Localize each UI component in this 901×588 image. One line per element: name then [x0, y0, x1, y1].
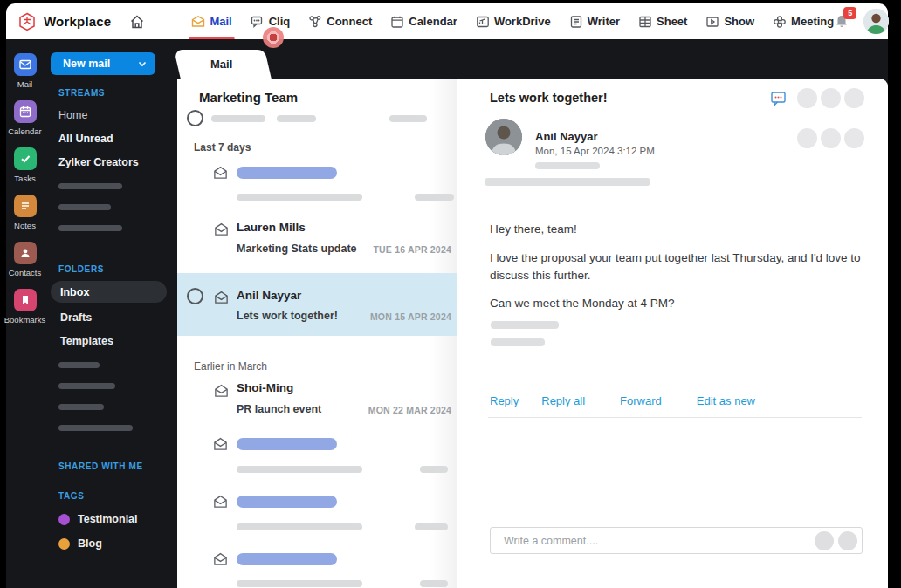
skeleton-subject-bar [237, 523, 362, 530]
notifications-bell-icon[interactable]: 5 [834, 14, 849, 30]
divider [488, 386, 862, 386]
edit-as-new-link[interactable]: Edit as new [697, 394, 755, 407]
workplace-logo-icon [17, 11, 38, 32]
skeleton-bar [277, 115, 316, 122]
envelope-icon [213, 383, 230, 399]
skeleton-date-bar [415, 523, 448, 530]
skeleton-sender-bar [237, 167, 337, 179]
workdrive-icon [476, 15, 490, 29]
tag-blog[interactable]: Blog [58, 537, 177, 550]
nav-mail[interactable]: Mail [191, 3, 231, 39]
rail-item-notes[interactable]: Notes [14, 195, 37, 230]
action-circle-button[interactable] [821, 128, 841, 148]
nav-connect-label: Connect [327, 15, 372, 28]
sidebar-item-zylker-creators[interactable]: Zylker Creators [58, 156, 177, 168]
email-subject: Lets work together! [490, 91, 608, 105]
skeleton-bar [389, 115, 427, 122]
skeleton-bar [211, 115, 265, 122]
user-avatar[interactable] [863, 9, 889, 34]
action-circle-button[interactable] [821, 88, 841, 108]
skeleton-sender-bar [237, 438, 337, 450]
comment-input[interactable] [491, 535, 815, 547]
skeleton-bar [485, 178, 650, 186]
comment-circle-button[interactable] [838, 531, 857, 550]
nav-sheet[interactable]: Sheet [638, 3, 687, 39]
rail-item-bookmarks[interactable]: Bookmarks [4, 289, 46, 325]
rail-label: Tasks [14, 174, 35, 183]
action-circle-button[interactable] [797, 128, 817, 148]
nav-writer[interactable]: Writer [569, 3, 620, 39]
nav-connect[interactable]: Connect [308, 3, 372, 39]
sidebar-skeleton-bar [58, 225, 122, 231]
divider [488, 417, 862, 418]
rail-item-contacts[interactable]: Contacts [9, 242, 42, 277]
envelope-icon [212, 551, 229, 567]
message-actions [797, 128, 864, 148]
new-mail-button[interactable]: New mail [51, 52, 155, 75]
tab-mail[interactable]: Mail [181, 50, 272, 79]
sidebar-item-templates[interactable]: Templates [60, 335, 177, 347]
app-body: Mail Calendar Tasks [6, 39, 888, 588]
shared-section-label[interactable]: SHARED WITH ME [58, 462, 177, 471]
email-body-paragraph: I love the proposal your team put togeth… [490, 250, 867, 285]
contacts-app-icon [14, 242, 37, 264]
new-mail-label: New mail [63, 58, 110, 70]
select-circle[interactable] [187, 288, 203, 304]
nav-show[interactable]: Show [705, 3, 754, 39]
envelope-icon [212, 436, 229, 452]
mail-list-title: Marketing Team [199, 90, 298, 105]
sender-avatar[interactable] [485, 119, 522, 155]
reply-link[interactable]: Reply [490, 394, 519, 407]
streams-section-label: STREAMS [58, 88, 177, 98]
nav-meeting-label: Meeting [791, 15, 834, 28]
sidebar-item-all-unread[interactable]: All Unread [58, 133, 177, 145]
mail-date: MON 22 MAR 2024 [368, 405, 451, 415]
workplace-logo[interactable]: Workplace [17, 11, 111, 32]
mail-app-icon [14, 53, 37, 76]
comment-box [490, 527, 863, 554]
nav-calendar-label: Calendar [409, 15, 457, 28]
sheet-icon [638, 15, 652, 29]
meeting-icon [773, 15, 787, 29]
rail-item-calendar[interactable]: Calendar [8, 100, 42, 136]
action-circle-button[interactable] [844, 128, 864, 148]
sidebar-item-home[interactable]: Home [58, 109, 177, 121]
nav-calendar[interactable]: Calendar [390, 3, 457, 39]
notification-count-badge: 5 [843, 7, 856, 19]
comment-circle-button[interactable] [815, 531, 834, 550]
sidebar-item-inbox[interactable]: Inbox [51, 281, 167, 303]
rail-label: Mail [17, 79, 32, 89]
show-icon [705, 15, 719, 29]
rail-label: Contacts [9, 268, 42, 277]
mail-date: MON 15 APR 2024 [370, 311, 451, 322]
skeleton-subject-bar [237, 194, 362, 201]
rail-label: Bookmarks [4, 315, 46, 325]
home-icon[interactable] [128, 13, 146, 31]
tag-testimonial[interactable]: Testimonial [58, 513, 177, 525]
email-action-links: Reply Reply all Forward Edit as new [490, 394, 755, 407]
comment-icon[interactable] [770, 90, 788, 107]
sidebar-skeleton-bar [58, 383, 115, 389]
forward-link[interactable]: Forward [620, 394, 662, 407]
mail-sender: Shoi-Ming [237, 381, 293, 394]
cursor-click-indicator [263, 27, 284, 48]
rail-item-mail[interactable]: Mail [14, 53, 37, 89]
email-body-paragraph: Hey there, team! [490, 221, 577, 238]
mail-row-anil-nayyar-selected[interactable]: Anil Nayyar Lets work together! MON 15 A… [177, 273, 457, 336]
sidebar-item-drafts[interactable]: Drafts [60, 311, 177, 324]
nav-meeting[interactable]: Meeting [773, 3, 834, 39]
group-label: Last 7 days [194, 141, 251, 154]
app-window: Workplace Mail [6, 0, 888, 588]
mail-date: TUE 16 APR 2024 [373, 244, 451, 255]
nav-workdrive[interactable]: WorkDrive [476, 3, 551, 39]
action-circle-button[interactable] [844, 88, 864, 108]
nav-mail-label: Mail [210, 15, 231, 28]
select-circle[interactable] [187, 110, 203, 126]
mail-sender: Anil Nayyar [237, 289, 301, 302]
action-circle-button[interactable] [797, 88, 817, 108]
nav-workdrive-label: WorkDrive [494, 15, 551, 28]
top-bar: Workplace Mail [6, 3, 888, 39]
rail-item-tasks[interactable]: Tasks [14, 147, 37, 183]
mail-icon [191, 15, 205, 29]
reply-all-link[interactable]: Reply all [541, 394, 585, 407]
